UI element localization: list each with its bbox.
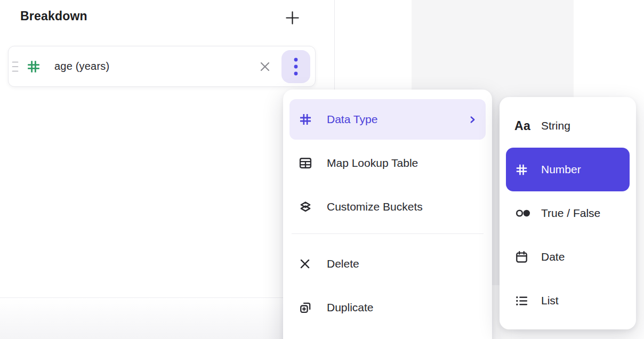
drag-handle-icon[interactable] — [12, 57, 19, 76]
menu-item-map-lookup-table[interactable]: Map Lookup Table — [289, 143, 486, 183]
submenu-item-label: Number — [541, 163, 581, 176]
submenu-item-label: True / False — [541, 207, 600, 220]
x-icon — [298, 256, 313, 271]
menu-item-label: Customize Buckets — [327, 200, 423, 213]
breakdown-section-title: Breakdown — [20, 9, 87, 23]
layers-icon — [298, 199, 313, 214]
hash-icon — [514, 163, 533, 177]
menu-item-duplicate[interactable]: Duplicate — [289, 287, 486, 328]
submenu-item-date[interactable]: Date — [506, 235, 630, 279]
menu-item-data-type[interactable]: Data Type — [289, 99, 486, 140]
plus-icon — [285, 10, 300, 26]
submenu-item-string[interactable]: Aa String — [506, 104, 630, 148]
menu-divider — [292, 233, 484, 234]
submenu-item-label: String — [541, 119, 570, 132]
remove-field-button[interactable] — [258, 60, 272, 74]
text-aa-icon: Aa — [514, 119, 533, 133]
field-context-menu: Data Type Map Lookup Table Customize Buc… — [283, 90, 492, 339]
menu-item-delete[interactable]: Delete — [289, 244, 486, 284]
add-breakdown-button[interactable] — [284, 9, 301, 26]
menu-item-customize-buckets[interactable]: Customize Buckets — [289, 187, 486, 227]
kebab-icon — [293, 56, 299, 77]
duplicate-icon — [298, 300, 313, 315]
field-name-label: age (years) — [54, 60, 109, 72]
submenu-item-list[interactable]: List — [506, 279, 630, 322]
x-icon — [258, 60, 272, 74]
hash-icon — [26, 59, 42, 75]
submenu-item-label: Date — [541, 251, 565, 263]
chevron-right-icon — [468, 115, 477, 124]
hash-icon — [298, 112, 313, 127]
submenu-item-true-false[interactable]: True / False — [506, 191, 630, 235]
menu-item-label: Data Type — [327, 113, 377, 126]
data-type-submenu: Aa String Number True / False Date List — [500, 97, 636, 329]
table-icon — [298, 156, 313, 171]
breakdown-field-chip[interactable]: age (years) — [8, 46, 316, 87]
menu-item-label: Duplicate — [327, 301, 374, 314]
calendar-icon — [514, 250, 533, 264]
menu-item-label: Map Lookup Table — [327, 157, 418, 170]
submenu-item-number[interactable]: Number — [506, 148, 630, 191]
menu-item-label: Delete — [327, 257, 359, 270]
boolean-circles-icon — [514, 207, 533, 220]
list-icon — [514, 294, 533, 308]
submenu-item-label: List — [541, 294, 559, 307]
field-options-button[interactable] — [281, 50, 310, 83]
